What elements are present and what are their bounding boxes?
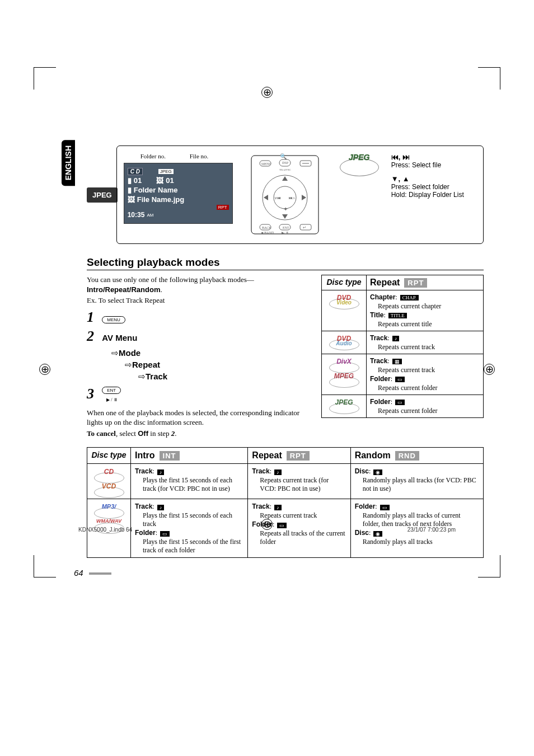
svg-point-1 <box>263 175 307 220</box>
cancel-text: To cancel, select Off in step 2. <box>87 429 310 439</box>
option: Track: ♪ <box>135 503 243 511</box>
crop-mark <box>478 67 500 90</box>
step-3-number: 3 <box>87 386 100 402</box>
svg-text:∨⏮: ∨⏮ <box>274 196 281 200</box>
option-desc: Repeats current folder <box>378 384 480 392</box>
jpeg-label: JPEG <box>87 187 118 203</box>
disc-badge: VCD <box>94 482 124 495</box>
svg-text:⏭∧: ⏭∧ <box>289 196 295 200</box>
option: Track: ♪ <box>252 467 346 476</box>
svg-text:■/BAND: ■/BAND <box>261 231 274 234</box>
language-tab: ENGLISH <box>62 140 75 186</box>
disc-badge: CD <box>94 468 124 480</box>
option: Folder: ▭ <box>135 529 243 537</box>
svg-marker-4 <box>282 214 288 219</box>
section-heading: Selecting playback modes <box>87 256 484 270</box>
option: Folder: ▭ <box>355 503 479 511</box>
modes-table: Disc type IntroINTRepeatRPTRandomRND CD … <box>87 447 484 558</box>
big-th-disc: Disc type <box>87 448 131 464</box>
controls-description: ⏮, ⏭ Press: Select file ▼, ▲ Press: Sele… <box>391 153 473 237</box>
option-desc: Repeats current folder <box>378 407 480 415</box>
disc-badge: DivX <box>329 358 359 370</box>
option: Folder: ▭ <box>370 398 480 406</box>
lcd-area: Folder no. File no. C D JPEG ▮ 01 🖼 01 <box>124 153 236 237</box>
crop-mark <box>34 555 56 577</box>
svg-text:▶/⏸: ▶/⏸ <box>282 231 289 234</box>
svg-text:ENT: ENT <box>283 226 289 229</box>
registration-mark <box>484 364 495 375</box>
svg-text:TRAFFIC: TRAFFIC <box>279 168 291 171</box>
option-desc: Plays the first 15 seconds of the first … <box>143 538 243 555</box>
updown-glyphs: ▼, ▲ <box>391 175 473 183</box>
disc-badge: JPEG <box>329 398 359 411</box>
step-1-number: 1 <box>87 309 100 326</box>
repeat-th-mode: Repeat <box>370 278 400 288</box>
intro-text: You can use only one of the following pl… <box>87 275 310 294</box>
option-desc: Repeats current track <box>378 343 480 351</box>
repeat-th-tag: RPT <box>404 278 427 288</box>
lcd-ampm: AM <box>147 213 153 218</box>
disc-badge: MPEG <box>329 372 359 384</box>
ent-sub: ▶ / ⏸ <box>106 397 118 402</box>
label-folder-no: Folder no. <box>140 153 166 159</box>
remote-diagram: ∨⏮ ⏭∧ MENU DSP 🔍 TRAFFIC BACK ■/BAND ENT… <box>246 153 324 237</box>
option-desc: Repeats current track (for VCD: PBC not … <box>260 476 346 493</box>
svg-text:✦: ✦ <box>283 206 288 212</box>
after-steps-text: When one of the playback modes is select… <box>87 408 310 428</box>
option-desc: Repeats current track <box>260 511 346 520</box>
repeat-table: Disc type Repeat RPT DVDVideo Chapter: C… <box>321 275 484 418</box>
option: Track: ▦ <box>370 357 480 365</box>
label-file-no: File no. <box>190 153 209 159</box>
svg-text:BACK: BACK <box>262 226 271 229</box>
step-2-number: 2 <box>87 328 100 345</box>
option: Disc: ◉ <box>355 467 479 476</box>
lcd-rpt: RPT <box>217 205 229 210</box>
jpeg-content: Folder no. File no. C D JPEG ▮ 01 🖼 01 <box>116 145 484 244</box>
lcd-source: C D <box>128 168 143 175</box>
registration-mark <box>261 87 273 98</box>
lcd-folder-name: Folder Name <box>134 186 178 194</box>
option: Track: ♪ <box>370 334 480 342</box>
lcd-file-no: 01 <box>166 176 174 185</box>
lcd-folder-no: 01 <box>134 176 142 185</box>
disc-jpeg-badge: JPEG <box>340 153 379 176</box>
svg-text:🔍: 🔍 <box>280 153 287 160</box>
ent-button: ENT <box>102 387 121 394</box>
disc-badge: DVDVideo <box>329 294 359 306</box>
repeat-th-disc: Disc type <box>322 275 367 290</box>
remote-icon: ∨⏮ ⏭∧ MENU DSP 🔍 TRAFFIC BACK ■/BAND ENT… <box>249 153 321 237</box>
lcd-labels: Folder no. File no. <box>124 153 236 159</box>
svg-marker-3 <box>282 176 288 181</box>
crop-mark <box>478 555 500 577</box>
left-column: You can use only one of the following pl… <box>87 275 310 439</box>
disc-badge: DVDAudio <box>329 335 359 347</box>
option-desc: Plays the first 15 seconds of each track… <box>143 476 243 493</box>
lcd-screen: C D JPEG ▮ 01 🖼 01 ▮ Folder Name <box>124 163 233 224</box>
option-desc: Randomly plays all tracks <box>363 538 479 546</box>
option-desc: Randomly plays all tracks (for VCD: PBC … <box>363 476 479 493</box>
option-desc: Randomly plays all tracks of current fol… <box>363 511 479 528</box>
page-number: 64 <box>74 568 484 577</box>
footer-right: 23/1/07 7:00:23 pm <box>407 527 456 533</box>
crop-mark <box>34 67 56 90</box>
option: Title: TITLE <box>370 311 480 320</box>
file-icon: 🖼 <box>128 195 135 204</box>
prev-next-glyphs: ⏮, ⏭ <box>391 153 473 161</box>
option-desc: Repeats current title <box>378 320 480 328</box>
lcd-format: JPEG <box>158 169 174 174</box>
menu-button: MENU <box>102 316 125 323</box>
registration-mark <box>39 364 50 375</box>
folder-icon: ▮ <box>128 186 132 194</box>
disc-badge: MP3/ <box>94 503 124 515</box>
jpeg-section: JPEG Folder no. File no. C D JPEG ▮ 01 <box>87 145 484 244</box>
option: Folder: ▭ <box>370 375 480 383</box>
option-desc: Repeats current track <box>378 366 480 374</box>
svg-text:↵: ↵ <box>303 226 306 230</box>
example-text: Ex. To select Track Repeat <box>87 295 310 306</box>
folder-icon: ▮ <box>128 176 132 185</box>
option-desc: Plays the first 15 seconds of each track <box>143 511 243 528</box>
menu-tree: ⇨Mode ⇨Repeat ⇨Track <box>102 347 310 382</box>
option: Track: ♪ <box>135 467 243 476</box>
svg-text:DSP: DSP <box>282 161 289 165</box>
menu-l1: AV Menu <box>102 333 137 342</box>
